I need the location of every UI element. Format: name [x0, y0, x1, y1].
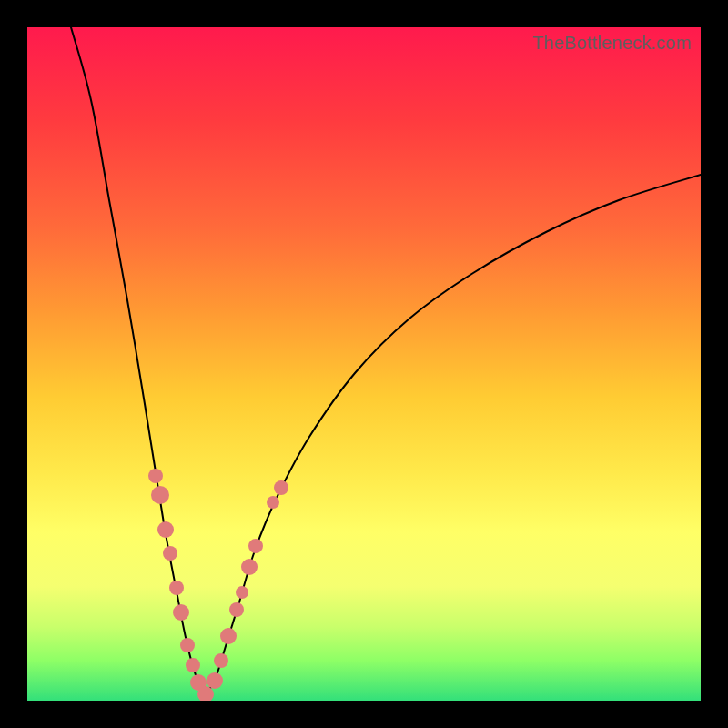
bead-marker	[229, 602, 244, 617]
chart-frame: TheBottleneck.com	[0, 0, 728, 728]
bead-marker	[236, 586, 248, 599]
bead-marker	[180, 638, 195, 652]
bead-marker	[148, 469, 163, 483]
bead-marker	[186, 658, 200, 672]
bead-marker	[214, 653, 228, 668]
curve-path	[71, 27, 701, 694]
bead-marker	[267, 496, 279, 509]
bead-marker	[169, 581, 184, 595]
bead-marker	[163, 546, 177, 561]
bead-marker	[220, 628, 237, 644]
bead-marker	[173, 604, 189, 621]
plot-area: TheBottleneck.com	[27, 27, 701, 701]
bead-group	[148, 469, 288, 701]
bottleneck-curve	[27, 27, 701, 701]
bead-marker	[248, 539, 263, 553]
bead-marker	[207, 672, 223, 689]
bead-marker	[274, 480, 288, 495]
bead-marker	[241, 559, 258, 575]
bead-marker	[157, 521, 174, 538]
bead-marker	[151, 486, 169, 504]
